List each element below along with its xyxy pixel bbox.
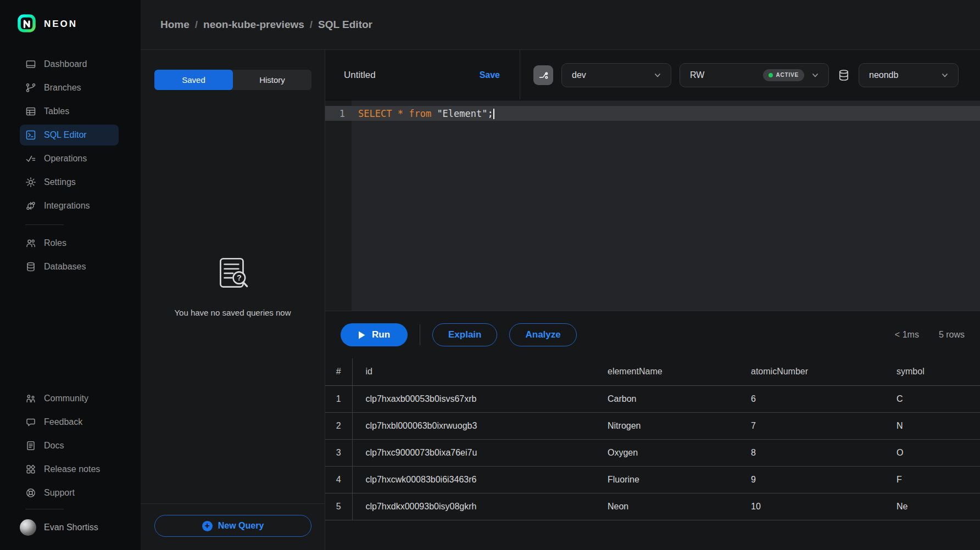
sidebar-item-roles[interactable]: Roles (20, 233, 119, 254)
branch-select[interactable]: dev (561, 63, 671, 87)
roles-icon (25, 238, 36, 249)
avatar (20, 519, 36, 536)
operations-icon (25, 153, 36, 164)
compute-endpoint-select[interactable]: RW ACTIVE (680, 63, 829, 87)
sidebar-item-label: Dashboard (44, 59, 87, 69)
query-row-count: 5 rows (939, 330, 965, 340)
release-notes-icon (25, 464, 36, 475)
breadcrumb-home[interactable]: Home (160, 19, 190, 31)
sidebar-item-dashboard[interactable]: Dashboard (20, 54, 119, 75)
cell-element-name: Fluorine (594, 466, 738, 493)
cell-row-number: 5 (325, 493, 352, 520)
cell-element-name: Carbon (594, 385, 738, 412)
breadcrumb-page[interactable]: SQL Editor (318, 19, 372, 31)
community-icon (25, 393, 36, 404)
column-header-elementname: elementName (594, 358, 738, 385)
explain-button[interactable]: Explain (432, 323, 497, 346)
column-header-num: # (325, 358, 352, 385)
database-icon (25, 261, 36, 272)
table-row: 3clp7hxc9000073b0ixa76ei7uOxygen8O (325, 439, 980, 466)
analyze-button[interactable]: Analyze (509, 323, 576, 346)
code-editor[interactable]: 1 SELECT * from "Element"; (325, 100, 980, 311)
database-select[interactable]: neondb (859, 63, 959, 87)
editor-gutter (325, 100, 352, 311)
sidebar-item-label: Tables (44, 106, 69, 116)
cell-row-number: 1 (325, 385, 352, 412)
cell-element-name: Oxygen (594, 439, 738, 466)
column-header-id: id (352, 358, 594, 385)
cell-symbol: C (883, 385, 980, 412)
cell-element-name: Neon (594, 493, 738, 520)
user-name: Evan Shortiss (44, 523, 98, 532)
actions-divider (420, 324, 420, 345)
breadcrumb-project[interactable]: neon-kube-previews (203, 19, 304, 31)
sidebar-item-feedback[interactable]: Feedback (20, 412, 119, 433)
results-table: # id elementName atomicNumber symbol 1cl… (325, 358, 980, 520)
neon-logo-icon (18, 14, 37, 34)
cell-id: clp7hxdkx00093b0isy08gkrh (352, 493, 594, 520)
query-title[interactable]: Untitled (344, 70, 376, 81)
cell-element-name: Nitrogen (594, 412, 738, 439)
new-query-button[interactable]: + New Query (154, 515, 311, 537)
chevron-down-icon (652, 70, 663, 81)
column-header-symbol: symbol (883, 358, 980, 385)
cell-atomic-number: 7 (738, 412, 883, 439)
cell-id: clp7hxbl000063b0ixrwuogb3 (352, 412, 594, 439)
sql-string: "Element" (437, 108, 487, 119)
sidebar-item-tables[interactable]: Tables (20, 101, 119, 122)
sidebar-item-sql-editor[interactable]: SQL Editor (20, 125, 119, 145)
cell-atomic-number: 8 (738, 439, 883, 466)
sql-keyword: from (409, 108, 431, 119)
new-query-label: New Query (218, 521, 264, 531)
tables-icon (25, 106, 36, 117)
feedback-icon (25, 417, 36, 428)
run-button[interactable]: Run (341, 323, 408, 346)
topbar: Home / neon-kube-previews / SQL Editor (141, 0, 980, 50)
play-icon (358, 331, 365, 339)
sidebar-item-integrations[interactable]: Integrations (20, 195, 119, 216)
saved-queries-empty-state: ? You have no saved queries now (141, 90, 325, 503)
chevron-down-icon (939, 70, 950, 81)
brand-wordmark: NEON (44, 19, 77, 30)
chevron-down-icon (810, 70, 821, 81)
sidebar-item-label: SQL Editor (44, 130, 87, 140)
connection-selectors: dev RW ACTIVE (520, 50, 980, 100)
sidebar-item-community[interactable]: Community (20, 388, 119, 409)
sidebar-item-branches[interactable]: Branches (20, 77, 119, 98)
sidebar-item-label: Roles (44, 238, 66, 248)
tab-saved[interactable]: Saved (154, 70, 233, 90)
table-row: 2clp7hxbl000063b0ixrwuogb3Nitrogen7N (325, 412, 980, 439)
sidebar-item-release-notes[interactable]: Release notes (20, 459, 119, 480)
sidebar-item-support[interactable]: Support (20, 482, 119, 503)
plus-icon: + (202, 521, 213, 531)
branch-select-value: dev (572, 70, 586, 80)
sql-semicolon: ; (488, 108, 493, 119)
sql-operator: * (398, 108, 403, 119)
results-panel: # id elementName atomicNumber symbol 1cl… (325, 358, 980, 550)
database-select-value: neondb (869, 70, 898, 80)
cell-row-number: 4 (325, 466, 352, 493)
sidebar-item-settings[interactable]: Settings (20, 172, 119, 193)
editor-toolbar: Untitled Save dev RW (325, 50, 980, 100)
database-icon (837, 69, 850, 82)
sidebar-item-operations[interactable]: Operations (20, 148, 119, 169)
sidebar: NEON Dashboard Branches Tables SQL Edito… (0, 0, 141, 550)
save-button[interactable]: Save (480, 70, 500, 80)
query-duration: < 1ms (895, 330, 919, 340)
status-badge-label: ACTIVE (776, 72, 799, 78)
breadcrumb: Home / neon-kube-previews / SQL Editor (160, 19, 372, 31)
sidebar-item-docs[interactable]: Docs (20, 435, 119, 456)
document-search-icon: ? (213, 254, 253, 295)
neon-logo[interactable]: NEON (0, 14, 141, 34)
sidebar-item-databases[interactable]: Databases (20, 256, 119, 277)
user-menu[interactable]: Evan Shortiss (0, 517, 141, 538)
cell-id: clp7hxcwk00083b0i6i3463r6 (352, 466, 594, 493)
code-text: SELECT * from "Element"; (352, 108, 494, 119)
cell-atomic-number: 10 (738, 493, 883, 520)
cell-row-number: 2 (325, 412, 352, 439)
cell-atomic-number: 6 (738, 385, 883, 412)
status-dot (769, 73, 773, 77)
docs-icon (25, 440, 36, 451)
sidebar-item-label: Settings (44, 177, 76, 187)
tab-history[interactable]: History (233, 70, 311, 90)
